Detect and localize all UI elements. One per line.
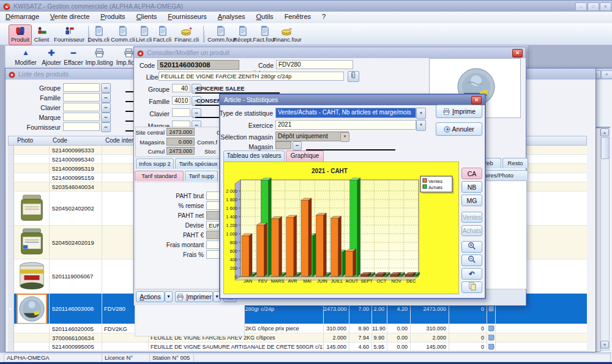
chart-mode-nb[interactable]: NB <box>461 181 482 193</box>
famille-num-field[interactable]: 4010 <box>172 96 190 105</box>
series-toggle-achats[interactable]: Achats <box>461 225 482 236</box>
coins-minus-icon: − <box>281 26 293 36</box>
chart-mode-mg[interactable]: MG <box>461 195 482 206</box>
magasin-picker-button[interactable]: ▪▪ <box>293 141 302 150</box>
toolbar-financ-four[interactable]: −Financ.four <box>271 24 304 45</box>
chart-tool-zoom-out[interactable] <box>461 254 482 266</box>
filter-picker-marque[interactable]: ▪▪ <box>101 113 111 122</box>
imprimer-button[interactable]: Imprimer <box>175 291 213 302</box>
exercice-dropdown-icon[interactable]: ▼ <box>416 120 426 131</box>
close-icon[interactable]: ✕ <box>471 96 482 105</box>
code-cell: 5204502402019 <box>50 226 102 259</box>
product-row[interactable]: 5201146020005FDV2KGFEUILLE DE VIGNE FARC… <box>8 324 587 333</box>
svg-text:MAI: MAI <box>303 278 311 284</box>
toolbar-comm-four[interactable]: Comm.four <box>207 24 234 45</box>
list-toolbar-ajouter[interactable]: ✚Ajouter <box>40 47 63 67</box>
tab-graphique[interactable]: Graphique <box>286 150 324 162</box>
menu-vente-directe[interactable]: Vente directe <box>45 12 95 23</box>
toolbar-fact-cli[interactable]: Fact.cli <box>152 24 173 45</box>
attachment-button[interactable] <box>348 71 359 82</box>
list-toolbar-imp-listing[interactable]: Imp.listing <box>84 47 114 67</box>
clavier-field[interactable] <box>172 108 190 117</box>
chart-tool-zoom-in[interactable] <box>461 241 482 253</box>
filter-picker-fournisseur[interactable]: ▪▪ <box>101 122 111 132</box>
tab-resto[interactable]: Resto <box>502 158 528 168</box>
product-row[interactable]: 3700066100634FEUILLE DE VIGNE FARCIES AR… <box>8 333 587 343</box>
svg-text:JUILL: JUILL <box>331 278 343 284</box>
imprime-button[interactable]: Imprime <box>436 105 482 118</box>
filter-field-famille[interactable] <box>63 93 100 102</box>
toolbar-client[interactable]: Client <box>31 24 53 45</box>
chart-tool-copy[interactable] <box>461 281 482 293</box>
toolbar-financ-cli[interactable]: +Financ.cli <box>171 24 202 45</box>
close-icon[interactable]: ✕ <box>512 49 523 58</box>
menu-?[interactable]: ? <box>316 12 331 23</box>
product-row[interactable]: 5214000995005FEUILLE DE VIGNE SAUMURE AR… <box>8 343 587 351</box>
list-toolbar-effacer[interactable]: ━Effacer <box>63 47 84 67</box>
actions-button[interactable]: Actions <box>136 291 165 302</box>
code-cell: 5201146003008 <box>50 294 102 324</box>
chart-mode-ca[interactable]: CA <box>461 168 482 179</box>
groupe-num-field[interactable]: 40 <box>172 84 190 92</box>
menu-d-marrage[interactable]: Démarrage <box>0 12 45 23</box>
type-dropdown-icon[interactable]: ▼ <box>416 108 426 119</box>
stats-dialog-title: Article - Statistiques <box>224 95 278 105</box>
toolbar-r-cept-[interactable]: Récept. <box>233 24 252 45</box>
close-icon[interactable]: ✕ <box>601 70 612 79</box>
tab-tarif-standard[interactable]: Tarif standard <box>135 171 184 181</box>
selection-magasin-select[interactable]: Dépôt uniquement <box>275 132 349 141</box>
tab-tarifs-speciaux[interactable]: Tarifs spéciaux <box>175 158 222 169</box>
column-header-photo[interactable]: Photo <box>17 137 33 144</box>
scroll-thumb[interactable] <box>601 137 610 159</box>
price-label: PAHT net <box>159 212 204 219</box>
exercice-select[interactable]: 2021 <box>275 120 416 130</box>
filter-picker-famille[interactable]: ▪▪ <box>101 93 111 103</box>
modify-icon: ▲ <box>22 48 29 57</box>
toolbar-fournisseur[interactable]: Fournisseur <box>51 24 87 45</box>
filter-field-fournisseur[interactable] <box>63 122 100 131</box>
code-interne-field[interactable]: FDV280 <box>276 60 353 69</box>
photo-cell <box>14 182 50 191</box>
libelle-field[interactable]: FEUILLE DE VIGNE FARCIE ZENITH 280gr c/2… <box>159 72 344 81</box>
column-header-code[interactable]: Code <box>53 137 67 144</box>
magasin-field[interactable] <box>275 141 291 149</box>
printer-icon <box>442 108 450 115</box>
close-button[interactable]: ✕ <box>600 2 611 11</box>
list-toolbar-modifier[interactable]: ▲Modifier <box>12 47 40 67</box>
menu-fen-tres[interactable]: Fenêtres <box>279 12 316 23</box>
chart-tool-undo[interactable]: ↶ <box>461 268 482 280</box>
svg-text:0: 0 <box>235 274 237 280</box>
clavier-label: Clavier <box>134 110 170 117</box>
toolbar-comm-cli[interactable]: Comm.cli <box>110 24 135 45</box>
scrollbar[interactable]: ▲ ▼ <box>600 128 610 351</box>
series-toggle-ventes[interactable]: Ventes <box>461 212 482 223</box>
toolbar-devis-cli[interactable]: Devis.cli <box>86 24 111 45</box>
menu-fournisseurs[interactable]: Fournisseurs <box>162 12 212 23</box>
tab-infos-supp-2[interactable]: Infos supp 2 <box>136 158 174 169</box>
menu-analyses[interactable]: Analyses <box>212 12 251 23</box>
menu-outils[interactable]: Outils <box>251 12 279 23</box>
annuler-button[interactable]: Annuler <box>436 122 482 136</box>
tab-tableau-des-valeurs[interactable]: Tableau des valeurs <box>223 150 285 162</box>
value-cell: 0.00 <box>387 343 411 351</box>
filter-field-marque[interactable] <box>63 113 100 121</box>
maximize-button[interactable]: □ <box>588 2 599 11</box>
filter-field-clavier[interactable] <box>63 103 100 111</box>
tab-tarif-supp[interactable]: Tarif supp <box>185 171 218 181</box>
toolbar-livr-cli[interactable]: Livr.cli <box>133 24 154 45</box>
menu-produits[interactable]: Produits <box>95 12 130 23</box>
actions-dropdown-icon[interactable]: ▼ <box>165 291 173 302</box>
minimize-button[interactable]: – <box>575 2 587 11</box>
selection-dropdown-icon[interactable]: ▼ <box>340 132 349 142</box>
filter-picker-clavier[interactable]: ▪▪ <box>101 103 111 113</box>
menu-clients[interactable]: Clients <box>131 12 163 23</box>
scroll-up-icon[interactable]: ▲ <box>600 128 609 136</box>
code-cell: 5203546040034 <box>50 182 102 191</box>
type-select[interactable]: Ventes/Achats - CAHT, Nb articles et mar… <box>275 108 416 118</box>
code-field[interactable]: 5201146003008 <box>157 60 239 70</box>
svg-text:Ventes: Ventes <box>428 179 442 184</box>
filter-picker-groupe[interactable]: ▪▪ <box>101 83 111 93</box>
toolbar-produit[interactable]: Produit <box>9 24 32 45</box>
scroll-down-icon[interactable]: ▼ <box>600 341 609 349</box>
filter-field-groupe[interactable] <box>63 83 100 92</box>
